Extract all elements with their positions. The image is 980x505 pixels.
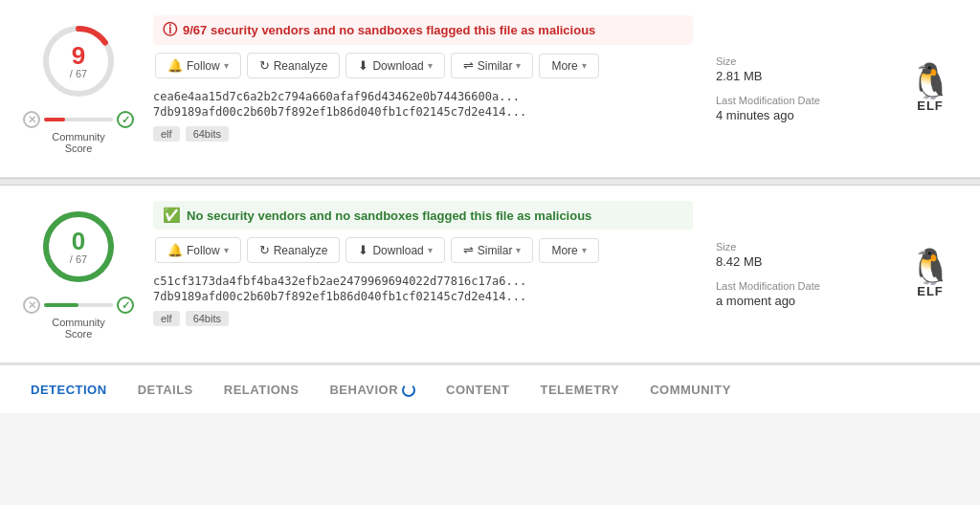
alert-bar-1: ⓘ 9/67 security vendors and no sandboxes… xyxy=(153,15,693,45)
tags-row-1: elf 64bits xyxy=(153,126,693,142)
info-panel-1: ⓘ 9/67 security vendors and no sandboxes… xyxy=(145,15,701,162)
bell-icon-1: 🔔 xyxy=(167,58,183,73)
size-value-1: 2.81 MB xyxy=(716,69,877,83)
score-circle-2: 0 / 67 xyxy=(40,209,117,285)
follow-button-1[interactable]: 🔔 Follow ▾ xyxy=(155,53,241,78)
info-panel-2: ✅ No security vendors and no sandboxes f… xyxy=(145,201,701,347)
action-bar-2: 🔔 Follow ▾ ↻ Reanalyze ⬇ Download ▾ ⇌ Si… xyxy=(153,237,693,263)
download-icon-2: ⬇ xyxy=(358,243,368,257)
main-container: 9 / 67 ✕ ✓ CommunityScore ⓘ 9/67 securit… xyxy=(0,0,980,413)
follow-chevron-1: ▾ xyxy=(224,60,229,71)
community-check-icon-1: ✓ xyxy=(117,111,134,128)
elf-panel-1: 🐧 ELF xyxy=(892,15,969,162)
card-divider xyxy=(0,178,980,186)
tab-telemetry[interactable]: TELEMETRY xyxy=(524,366,635,413)
action-bar-1: 🔔 Follow ▾ ↻ Reanalyze ⬇ Download ▾ ⇌ Si… xyxy=(153,53,693,78)
mod-label-2: Last Modification Date xyxy=(716,280,877,292)
meta-panel-1: Size 2.81 MB Last Modification Date 4 mi… xyxy=(701,15,892,162)
tabs-bar: DETECTION DETAILS RELATIONS BEHAVIOR CON… xyxy=(0,363,980,413)
download-button-1[interactable]: ⬇ Download ▾ xyxy=(345,53,444,78)
size-label-1: Size xyxy=(716,55,877,67)
size-value-2: 8.42 MB xyxy=(716,254,877,269)
similar-button-2[interactable]: ⇌ Similar ▾ xyxy=(451,237,534,263)
more-button-2[interactable]: More ▾ xyxy=(539,238,598,263)
reanalyze-icon-2: ↻ xyxy=(259,243,270,257)
score-panel-2: 0 / 67 ✕ ✓ CommunityScore xyxy=(11,201,145,347)
tag-elf-2[interactable]: elf xyxy=(153,311,180,326)
hash2-2: 7db9189afd00c2b60b7f892ef1b86d040fb1cf02… xyxy=(153,290,555,303)
follow-button-2[interactable]: 🔔 Follow ▾ xyxy=(155,237,241,263)
linux-penguin-icon-2: 🐧 xyxy=(909,250,952,284)
mod-value-1: 4 minutes ago xyxy=(716,108,877,122)
score-circle-1: 9 / 67 xyxy=(40,23,117,99)
tab-details[interactable]: DETAILS xyxy=(122,366,209,413)
community-check-icon-2: ✓ xyxy=(117,296,134,314)
reanalyze-button-2[interactable]: ↻ Reanalyze xyxy=(247,237,341,263)
similar-icon-1: ⇌ xyxy=(463,58,474,73)
hash2-1: 7db9189afd00c2b60b7f892ef1b86d040fb1cf02… xyxy=(153,105,555,119)
tag-64bits-1[interactable]: 64bits xyxy=(186,126,229,142)
behavior-spinner xyxy=(402,384,415,397)
tags-row-2: elf 64bits xyxy=(153,311,693,326)
reanalyze-icon-1: ↻ xyxy=(259,58,270,73)
community-bar-fill-1 xyxy=(44,118,65,121)
alert-bar-2: ✅ No security vendors and no sandboxes f… xyxy=(153,201,693,230)
alert-text-2: No security vendors and no sandboxes fla… xyxy=(187,209,591,223)
community-x-icon-1: ✕ xyxy=(23,111,40,128)
more-chevron-1: ▾ xyxy=(582,60,587,71)
elf-label-2: ELF xyxy=(909,284,952,298)
hash1-2: c51cf3173da4fbf4ba432efb2ae2479969694022… xyxy=(153,274,555,288)
community-x-icon-2: ✕ xyxy=(23,296,40,314)
score-number-1: 9 xyxy=(70,43,87,68)
bell-icon-2: 🔔 xyxy=(167,243,183,257)
alert-icon-2: ✅ xyxy=(163,207,181,224)
tag-64bits-2[interactable]: 64bits xyxy=(186,311,229,326)
download-chevron-1: ▾ xyxy=(428,60,433,71)
alert-text-1: 9/67 security vendors and no sandboxes f… xyxy=(183,23,595,37)
mod-label-1: Last Modification Date xyxy=(716,95,877,106)
tab-community[interactable]: COMMUNITY xyxy=(635,366,746,413)
elf-label-1: ELF xyxy=(909,99,952,113)
size-label-2: Size xyxy=(716,241,877,252)
file-card-2: 0 / 67 ✕ ✓ CommunityScore ✅ No security … xyxy=(0,186,980,363)
tag-elf-1[interactable]: elf xyxy=(153,126,180,142)
mod-value-2: a moment ago xyxy=(716,294,877,308)
tab-content[interactable]: CONTENT xyxy=(431,366,524,413)
score-panel-1: 9 / 67 ✕ ✓ CommunityScore xyxy=(11,15,145,162)
tab-detection[interactable]: DETECTION xyxy=(15,366,122,413)
file-card-1: 9 / 67 ✕ ✓ CommunityScore ⓘ 9/67 securit… xyxy=(0,0,980,178)
elf-icon-1: 🐧 ELF xyxy=(909,64,952,113)
similar-icon-2: ⇌ xyxy=(463,243,474,257)
similar-chevron-2: ▾ xyxy=(516,245,521,255)
elf-panel-2: 🐧 ELF xyxy=(892,201,969,347)
meta-panel-2: Size 8.42 MB Last Modification Date a mo… xyxy=(701,201,892,347)
hash1-1: cea6e4aa15d7c6a2b2c794a660afaf96d43462e0… xyxy=(153,90,555,103)
score-denom-2: / 67 xyxy=(70,253,87,265)
community-bar-fill-2 xyxy=(44,303,78,307)
more-chevron-2: ▾ xyxy=(582,245,587,255)
elf-icon-2: 🐧 ELF xyxy=(909,250,952,298)
tab-relations[interactable]: RELATIONS xyxy=(209,366,315,413)
alert-icon-1: ⓘ xyxy=(163,21,177,39)
follow-chevron-2: ▾ xyxy=(224,245,229,255)
score-number-2: 0 xyxy=(70,229,87,253)
community-bar-row-2: ✕ ✓ xyxy=(23,296,134,314)
community-bar-track-2 xyxy=(44,303,113,307)
download-button-2[interactable]: ⬇ Download ▾ xyxy=(345,237,444,263)
community-bar-track-1 xyxy=(44,118,113,121)
community-label-1: CommunityScore xyxy=(52,131,105,154)
score-denom-1: / 67 xyxy=(70,68,87,79)
similar-chevron-1: ▾ xyxy=(516,60,521,71)
similar-button-1[interactable]: ⇌ Similar ▾ xyxy=(451,53,534,78)
more-button-1[interactable]: More ▾ xyxy=(539,54,598,78)
community-bar-row-1: ✕ ✓ xyxy=(23,111,134,128)
tab-behavior[interactable]: BEHAVIOR xyxy=(314,366,431,413)
reanalyze-button-1[interactable]: ↻ Reanalyze xyxy=(247,53,341,78)
community-label-2: CommunityScore xyxy=(52,317,105,340)
download-chevron-2: ▾ xyxy=(428,245,433,255)
download-icon-1: ⬇ xyxy=(358,58,368,73)
linux-penguin-icon-1: 🐧 xyxy=(909,64,952,99)
